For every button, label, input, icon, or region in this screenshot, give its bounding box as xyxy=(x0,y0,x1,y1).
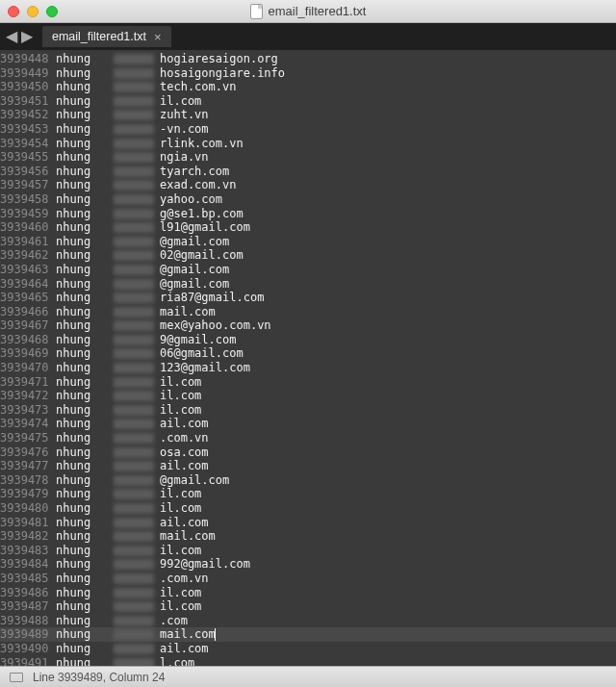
line-number: 3939461 xyxy=(0,235,56,249)
line-col3: il.com xyxy=(160,389,616,403)
editor-line[interactable]: 3939461nhung@gmail.com xyxy=(0,235,616,249)
editor-line[interactable]: 3939481nhungail.com xyxy=(0,516,616,530)
line-number: 3939460 xyxy=(0,220,56,235)
editor-tab[interactable]: email_filtered1.txt × xyxy=(42,26,171,47)
line-col1: nhung xyxy=(56,94,114,109)
editor-line[interactable]: 3939460nhungl91@gmail.com xyxy=(0,220,616,235)
editor-line[interactable]: 3939450nhungtech.com.vn xyxy=(0,80,616,94)
window-minimize-button[interactable] xyxy=(27,6,38,17)
editor-line[interactable]: 3939486nhungil.com xyxy=(0,586,616,600)
line-col1: nhung xyxy=(56,389,114,403)
redacted-region xyxy=(114,588,154,598)
editor-line[interactable]: 3939491nhungl.com xyxy=(0,656,616,666)
editor-line[interactable]: 3939484nhung992@gmail.com xyxy=(0,557,616,572)
editor-line[interactable]: 3939483nhungil.com xyxy=(0,544,616,558)
editor-line[interactable]: 3939449nhunghosaigongiare.info xyxy=(0,66,616,81)
nav-back-icon[interactable]: ◀ xyxy=(6,29,17,44)
line-col3: @gmail.com xyxy=(160,473,616,488)
editor-line[interactable]: 3939468nhung9@gmail.com xyxy=(0,333,616,347)
window-close-button[interactable] xyxy=(8,6,19,17)
line-col3: ail.com xyxy=(160,642,616,656)
text-editor[interactable]: 3939448nhunghogiaresaigon.org3939449nhun… xyxy=(0,50,616,666)
editor-line[interactable]: 3939465nhungria87@gmail.com xyxy=(0,291,616,305)
line-col1: nhung xyxy=(56,586,114,600)
editor-line[interactable]: 3939475nhung.com.vn xyxy=(0,431,616,445)
editor-line[interactable]: 3939448nhunghogiaresaigon.org xyxy=(0,52,616,66)
editor-line[interactable]: 3939480nhungil.com xyxy=(0,501,616,516)
editor-line[interactable]: 3939470nhung123@gmail.com xyxy=(0,361,616,375)
redacted-region xyxy=(114,601,154,612)
line-col3: ail.com xyxy=(160,516,616,530)
redacted-region xyxy=(114,658,154,666)
editor-line[interactable]: 3939471nhungil.com xyxy=(0,375,616,390)
editor-line[interactable]: 3939453nhung-vn.com xyxy=(0,122,616,137)
line-col3: mex@yahoo.com.vn xyxy=(160,318,616,333)
line-col3: il.com xyxy=(160,403,616,418)
redacted-region xyxy=(114,209,154,219)
editor-line[interactable]: 3939454nhungrlink.com.vn xyxy=(0,137,616,151)
editor-line[interactable]: 3939482nhungmail.com xyxy=(0,529,616,544)
line-number: 3939475 xyxy=(0,431,56,445)
editor-line[interactable]: 3939478nhung@gmail.com xyxy=(0,473,616,488)
line-col3: exad.com.vn xyxy=(160,178,616,192)
line-col1: nhung xyxy=(56,487,114,501)
line-number: 3939453 xyxy=(0,122,56,137)
editor-line[interactable]: 3939452nhungzuht.vn xyxy=(0,108,616,122)
line-col1: nhung xyxy=(56,614,114,628)
editor-line[interactable]: 3939467nhungmex@yahoo.com.vn xyxy=(0,318,616,333)
editor-line[interactable]: 3939490nhungail.com xyxy=(0,642,616,656)
line-number: 3939483 xyxy=(0,544,56,558)
editor-line[interactable]: 3939466nhungmail.com xyxy=(0,305,616,319)
line-number: 3939449 xyxy=(0,66,56,81)
line-col1: nhung xyxy=(56,318,114,333)
editor-line[interactable]: 3939456nhungtyarch.com xyxy=(0,165,616,179)
line-col1: nhung xyxy=(56,361,114,375)
editor-line[interactable]: 3939458nhungyahoo.com xyxy=(0,192,616,207)
line-col1: nhung xyxy=(56,207,114,221)
line-number: 3939478 xyxy=(0,473,56,488)
editor-line[interactable]: 3939463nhung@gmail.com xyxy=(0,263,616,277)
editor-line[interactable]: 3939487nhungil.com xyxy=(0,599,616,614)
editor-line[interactable]: 3939455nhungngia.vn xyxy=(0,150,616,165)
editor-line[interactable]: 3939477nhungail.com xyxy=(0,459,616,473)
line-col3: l.com xyxy=(160,656,616,666)
nav-forward-icon[interactable]: ▶ xyxy=(21,29,33,44)
redacted-region xyxy=(114,546,154,556)
redacted-region xyxy=(114,644,154,654)
redacted-region xyxy=(114,377,154,388)
editor-line[interactable]: 3939485nhung.com.vn xyxy=(0,572,616,586)
line-col1: nhung xyxy=(56,220,114,235)
line-col1: nhung xyxy=(56,263,114,277)
editor-line[interactable]: 3939476nhungosa.com xyxy=(0,445,616,460)
panel-icon[interactable] xyxy=(10,673,23,682)
line-number: 3939482 xyxy=(0,529,56,544)
redacted-region xyxy=(114,152,154,163)
line-col3: mail.com xyxy=(160,305,616,319)
line-col1: nhung xyxy=(56,248,114,263)
window-maximize-button[interactable] xyxy=(46,6,58,17)
editor-line[interactable]: 3939474nhungail.com xyxy=(0,417,616,431)
editor-line[interactable]: 3939457nhungexad.com.vn xyxy=(0,178,616,192)
line-col1: nhung xyxy=(56,557,114,572)
editor-line[interactable]: 3939488nhung.com xyxy=(0,614,616,628)
redacted-region xyxy=(114,475,154,486)
editor-line[interactable]: 3939462nhung02@gmail.com xyxy=(0,248,616,263)
editor-line[interactable]: 3939479nhungil.com xyxy=(0,487,616,501)
editor-line[interactable]: 3939469nhung06@gmail.com xyxy=(0,346,616,361)
line-number: 3939464 xyxy=(0,277,56,292)
line-col3: .com xyxy=(160,614,616,628)
tab-bar: ◀ ▶ email_filtered1.txt × xyxy=(0,23,616,50)
line-number: 3939490 xyxy=(0,642,56,656)
line-number: 3939451 xyxy=(0,94,56,109)
editor-line[interactable]: 3939464nhung@gmail.com xyxy=(0,277,616,292)
editor-line[interactable]: 3939489nhungmail.com xyxy=(0,627,616,642)
editor-line[interactable]: 3939451nhungil.com xyxy=(0,94,616,109)
editor-line[interactable]: 3939459nhungg@se1.bp.com xyxy=(0,207,616,221)
editor-line[interactable]: 3939472nhungil.com xyxy=(0,389,616,403)
editor-line[interactable]: 3939473nhungil.com xyxy=(0,403,616,418)
redacted-region xyxy=(114,96,154,107)
line-col3: hosaigongiare.info xyxy=(160,66,616,81)
tab-close-icon[interactable]: × xyxy=(154,31,162,43)
line-col1: nhung xyxy=(56,544,114,558)
line-col3: ail.com xyxy=(160,417,616,431)
